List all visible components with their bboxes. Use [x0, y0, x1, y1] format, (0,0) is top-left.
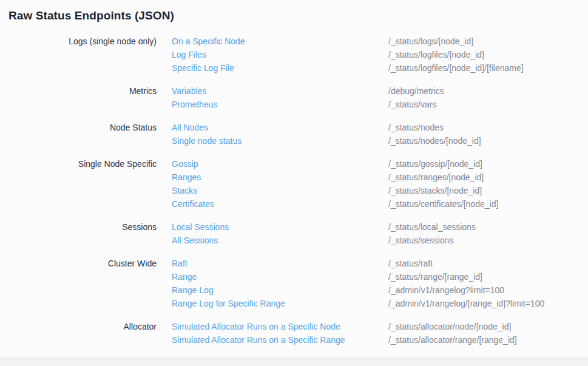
endpoint-section: Logs (single node only)On a Specific Nod…: [0, 35, 588, 75]
endpoint-link[interactable]: Stacks: [157, 184, 388, 197]
endpoint-row: Gossip/_status/gossip/[node_id]: [157, 157, 588, 171]
endpoint-path: /_status/certificates/[node_id]: [388, 197, 588, 211]
endpoint-path: /_status/logs/[node_id]: [388, 35, 588, 48]
endpoint-path: /_status/sessions: [388, 234, 588, 247]
endpoint-link[interactable]: Prometheus: [157, 98, 388, 111]
endpoint-link[interactable]: Simulated Allocator Runs on a Specific R…: [157, 333, 388, 347]
endpoint-path: /debug/metrics: [388, 84, 588, 98]
endpoint-link[interactable]: Single node status: [157, 134, 388, 147]
section-rows: Simulated Allocator Runs on a Specific N…: [157, 320, 588, 347]
endpoint-link[interactable]: Simulated Allocator Runs on a Specific N…: [157, 320, 388, 333]
endpoint-section: AllocatorSimulated Allocator Runs on a S…: [0, 320, 588, 347]
page-title: Raw Status Endpoints (JSON): [8, 8, 588, 24]
endpoint-path: /_status/local_sessions: [388, 220, 588, 234]
endpoint-link[interactable]: Range Log: [157, 283, 388, 297]
debug-endpoints-panel: Raw Status Endpoints (JSON) Logs (single…: [0, 0, 588, 357]
endpoint-link[interactable]: Range Log for Specific Range: [157, 297, 388, 310]
section-rows: Local Sessions/_status/local_sessionsAll…: [157, 220, 588, 247]
endpoint-row: Ranges/_status/ranges/[node_id]: [157, 171, 588, 184]
section-label: Sessions: [0, 220, 157, 234]
endpoint-link[interactable]: Ranges: [157, 171, 388, 184]
endpoint-section: SessionsLocal Sessions/_status/local_ses…: [0, 220, 588, 247]
endpoint-row: Local Sessions/_status/local_sessions: [157, 220, 588, 234]
endpoint-row: Simulated Allocator Runs on a Specific N…: [157, 320, 588, 333]
endpoint-path: /_status/stacks/[node_id]: [388, 184, 588, 197]
endpoint-row: Prometheus/_status/vars: [157, 98, 588, 111]
endpoint-path: /_status/range/[range_id]: [388, 270, 588, 283]
endpoint-row: Range Log/_admin/v1/rangelog?limit=100: [157, 283, 588, 297]
endpoint-row: Stacks/_status/stacks/[node_id]: [157, 184, 588, 197]
endpoint-path: /_admin/v1/rangelog/[range_id]?limit=100: [388, 297, 588, 310]
section-label: Metrics: [0, 84, 157, 98]
endpoint-row: All Sessions/_status/sessions: [157, 234, 588, 247]
endpoint-row: Certificates/_status/certificates/[node_…: [157, 197, 588, 211]
endpoint-link[interactable]: All Sessions: [157, 234, 388, 247]
endpoint-row: Variables/debug/metrics: [157, 84, 588, 98]
endpoint-link[interactable]: Gossip: [157, 157, 388, 171]
section-rows: Variables/debug/metricsPrometheus/_statu…: [157, 84, 588, 111]
endpoint-link[interactable]: Local Sessions: [157, 220, 388, 234]
endpoint-path: /_status/raft: [388, 257, 588, 270]
endpoint-row: On a Specific Node/_status/logs/[node_id…: [157, 35, 588, 48]
endpoint-row: Range/_status/range/[range_id]: [157, 270, 588, 283]
endpoint-link[interactable]: All Nodes: [157, 121, 388, 134]
endpoint-link[interactable]: Variables: [157, 84, 388, 98]
endpoint-path: /_status/allocator/range/[range_id]: [388, 333, 588, 347]
section-label: Allocator: [0, 320, 157, 333]
section-rows: All Nodes/_status/nodesSingle node statu…: [157, 121, 588, 147]
endpoint-row: Raft/_status/raft: [157, 257, 588, 270]
endpoint-path: /_status/ranges/[node_id]: [388, 171, 588, 184]
endpoint-section: Single Node SpecificGossip/_status/gossi…: [0, 157, 588, 211]
endpoint-link[interactable]: Range: [157, 270, 388, 283]
endpoint-path: /_status/nodes: [388, 121, 588, 134]
endpoint-link[interactable]: Raft: [157, 257, 388, 270]
endpoint-row: Log Files/_status/logfiles/[node_id]: [157, 48, 588, 61]
section-label: Logs (single node only): [0, 35, 157, 48]
endpoint-path: /_status/gossip/[node_id]: [388, 157, 588, 171]
endpoint-row: All Nodes/_status/nodes: [157, 121, 588, 134]
endpoint-path: /_status/logfiles/[node_id]: [388, 48, 588, 61]
endpoint-path: /_status/logfiles/[node_id]/[filename]: [388, 61, 588, 75]
endpoint-link[interactable]: Log Files: [157, 48, 388, 61]
endpoint-link[interactable]: Specific Log File: [157, 61, 388, 75]
section-label: Node Status: [0, 121, 157, 134]
endpoint-path: /_status/nodes/[node_id]: [388, 134, 588, 147]
section-rows: On a Specific Node/_status/logs/[node_id…: [157, 35, 588, 75]
sections: Logs (single node only)On a Specific Nod…: [0, 35, 588, 347]
endpoint-section: MetricsVariables/debug/metricsPrometheus…: [0, 84, 588, 111]
section-label: Cluster Wide: [0, 257, 157, 270]
section-rows: Gossip/_status/gossip/[node_id]Ranges/_s…: [157, 157, 588, 211]
section-rows: Raft/_status/raftRange/_status/range/[ra…: [157, 257, 588, 310]
endpoint-path: /_admin/v1/rangelog?limit=100: [388, 283, 588, 297]
endpoint-row: Simulated Allocator Runs on a Specific R…: [157, 333, 588, 347]
endpoint-section: Node StatusAll Nodes/_status/nodesSingle…: [0, 121, 588, 147]
endpoint-path: /_status/allocator/node/[node_id]: [388, 320, 588, 333]
endpoint-path: /_status/vars: [388, 98, 588, 111]
endpoint-row: Single node status/_status/nodes/[node_i…: [157, 134, 588, 147]
section-label: Single Node Specific: [0, 157, 157, 171]
endpoint-link[interactable]: Certificates: [157, 197, 388, 211]
endpoint-link[interactable]: On a Specific Node: [157, 35, 388, 48]
endpoint-row: Specific Log File/_status/logfiles/[node…: [157, 61, 588, 75]
endpoint-row: Range Log for Specific Range/_admin/v1/r…: [157, 297, 588, 310]
endpoint-section: Cluster WideRaft/_status/raftRange/_stat…: [0, 257, 588, 310]
